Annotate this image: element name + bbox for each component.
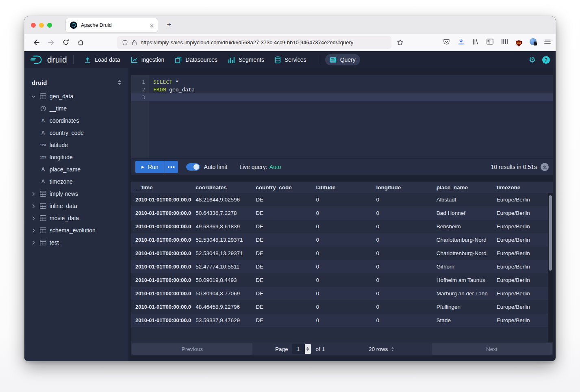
cell-__time[interactable]: 2010-01-01T00:00:00.000Z	[131, 220, 191, 233]
download-icon[interactable]	[458, 38, 465, 47]
bookmark-star-icon[interactable]	[397, 39, 404, 46]
minimize-window-button[interactable]	[39, 23, 44, 28]
tree-item-imply-news[interactable]: imply-news	[24, 188, 128, 200]
back-icon[interactable]	[29, 39, 44, 46]
cell-latitude[interactable]: 0	[312, 314, 372, 327]
cell-__time[interactable]: 2010-01-01T00:00:00.000Z	[131, 287, 191, 300]
privacy-lock-icon[interactable]	[530, 38, 537, 47]
cell-place_name[interactable]: Marburg an der Lahn	[432, 287, 493, 300]
cell-country_code[interactable]: DE	[252, 247, 312, 260]
cell-coordinates[interactable]: 52.47774,10.5511	[191, 260, 252, 273]
cell-coordinates[interactable]: 53.59337,9.47629	[191, 314, 252, 327]
cell-coordinates[interactable]: 48.46458,9.22796	[191, 300, 252, 314]
pocket-icon[interactable]	[443, 38, 450, 47]
tree-column-__time[interactable]: __time	[24, 102, 128, 115]
column-header-coordinates[interactable]: coordinates	[191, 182, 252, 193]
chevron-right-icon[interactable]	[30, 191, 37, 197]
cell-place_name[interactable]: Gifhorn	[432, 260, 493, 273]
editor-line[interactable]: 3	[131, 93, 553, 101]
cell-latitude[interactable]: 0	[312, 233, 372, 247]
sort-icon[interactable]	[117, 80, 122, 85]
column-header-__time[interactable]: __time	[131, 182, 191, 193]
cell-__time[interactable]: 2010-01-01T00:00:00.000Z	[131, 300, 191, 314]
run-more-button[interactable]: ●●●	[165, 161, 178, 173]
forward-icon[interactable]	[44, 39, 59, 46]
cell-coordinates[interactable]: 52.53048,13.29371	[191, 247, 252, 260]
cell-place_name[interactable]: Stade	[432, 314, 493, 327]
tree-column-place_name[interactable]: Aplace_name	[24, 163, 128, 175]
tree-column-country_code[interactable]: Acountry_code	[24, 127, 128, 139]
nav-item-segments[interactable]: Segments	[224, 54, 269, 66]
cell-__time[interactable]: 2010-01-01T00:00:00.000Z	[131, 260, 191, 273]
step-down-icon[interactable]	[306, 349, 309, 351]
cell-country_code[interactable]: DE	[252, 220, 312, 233]
rows-per-page-select[interactable]: 20 rows	[369, 346, 395, 352]
cell-latitude[interactable]: 0	[312, 220, 372, 233]
cell-__time[interactable]: 2010-01-01T00:00:00.000Z	[131, 247, 191, 260]
cell-longitude[interactable]: 0	[372, 314, 432, 327]
column-header-timezone[interactable]: timezone	[493, 182, 553, 193]
column-header-country_code[interactable]: country_code	[252, 182, 312, 193]
cell-timezone[interactable]: Europe/Berlin	[493, 220, 553, 233]
cell-timezone[interactable]: Europe/Berlin	[493, 247, 553, 260]
cell-latitude[interactable]: 0	[312, 300, 372, 314]
cell-latitude[interactable]: 0	[312, 287, 372, 300]
cell-country_code[interactable]: DE	[252, 193, 312, 206]
chevron-right-icon[interactable]	[30, 216, 37, 221]
run-button[interactable]: ▶ Run	[135, 161, 165, 173]
cell-latitude[interactable]: 0	[312, 206, 372, 220]
help-icon[interactable]: ?	[542, 56, 550, 64]
next-page-button[interactable]: Next	[432, 343, 552, 355]
cell-place_name[interactable]: Bad Honnef	[432, 206, 493, 220]
cell-country_code[interactable]: DE	[252, 206, 312, 220]
url-text[interactable]: https://imply-sales.implycloud.com/druid…	[141, 39, 353, 45]
column-header-longitude[interactable]: longitude	[372, 182, 432, 193]
cell-country_code[interactable]: DE	[252, 260, 312, 273]
cell-longitude[interactable]: 0	[372, 247, 432, 260]
cell-country_code[interactable]: DE	[252, 314, 312, 327]
druid-logo-icon[interactable]	[30, 54, 45, 65]
druid-wordmark[interactable]: druid	[47, 55, 67, 65]
cell-place_name[interactable]: Hofheim am Taunus	[432, 273, 493, 287]
column-header-place_name[interactable]: place_name	[432, 182, 493, 193]
cell-coordinates[interactable]: 49.68369,8.61839	[191, 220, 252, 233]
library-icon[interactable]	[472, 39, 479, 47]
nav-item-datasources[interactable]: Datasources	[170, 54, 222, 66]
cell-country_code[interactable]: DE	[252, 287, 312, 300]
nav-item-services[interactable]: Services	[270, 54, 311, 66]
shield-icon[interactable]	[122, 39, 128, 46]
cell-place_name[interactable]: Charlottenburg-Nord	[432, 233, 493, 247]
cell-longitude[interactable]: 0	[372, 273, 432, 287]
cell-coordinates[interactable]: 50.09019,8.4493	[191, 273, 252, 287]
tree-column-timezone[interactable]: Atimezone	[24, 175, 128, 188]
previous-page-button[interactable]: Previous	[132, 343, 252, 355]
cell-longitude[interactable]: 0	[372, 233, 432, 247]
cell-longitude[interactable]: 0	[372, 206, 432, 220]
cell-__time[interactable]: 2010-01-01T00:00:00.000Z	[131, 206, 191, 220]
cell-__time[interactable]: 2010-01-01T00:00:00.000Z	[131, 193, 191, 206]
chevron-down-icon[interactable]	[30, 94, 37, 99]
close-window-button[interactable]	[31, 23, 36, 28]
chevron-right-icon[interactable]	[30, 228, 37, 233]
live-query-value[interactable]: Auto	[269, 164, 281, 170]
cell-longitude[interactable]: 0	[372, 260, 432, 273]
tree-item-geo_data[interactable]: geo_data	[24, 90, 128, 102]
scrollbar-thumb[interactable]	[549, 195, 552, 271]
cell-coordinates[interactable]: 50.64336,7.2278	[191, 206, 252, 220]
tab-close-icon[interactable]: ×	[150, 22, 154, 28]
tree-column-coordinates[interactable]: Acoordinates	[24, 115, 128, 127]
home-icon[interactable]	[73, 39, 88, 46]
nav-item-load-data[interactable]: Load data	[80, 54, 124, 66]
cell-timezone[interactable]: Europe/Berlin	[493, 314, 553, 327]
cell-timezone[interactable]: Europe/Berlin	[493, 193, 553, 206]
tree-column-latitude[interactable]: 123latitude	[24, 139, 128, 151]
nav-item-ingestion[interactable]: Ingestion	[126, 54, 169, 66]
page-number-input[interactable]	[292, 344, 305, 354]
cell-coordinates[interactable]: 50.80904,8.77069	[191, 287, 252, 300]
auto-limit-toggle[interactable]	[186, 163, 200, 171]
cell-timezone[interactable]: Europe/Berlin	[493, 300, 553, 314]
tree-column-longitude[interactable]: 123longitude	[24, 151, 128, 163]
cell-longitude[interactable]: 0	[372, 287, 432, 300]
sidebar-toggle-icon[interactable]	[487, 39, 493, 46]
cell-__time[interactable]: 2010-01-01T00:00:00.000Z	[131, 273, 191, 287]
